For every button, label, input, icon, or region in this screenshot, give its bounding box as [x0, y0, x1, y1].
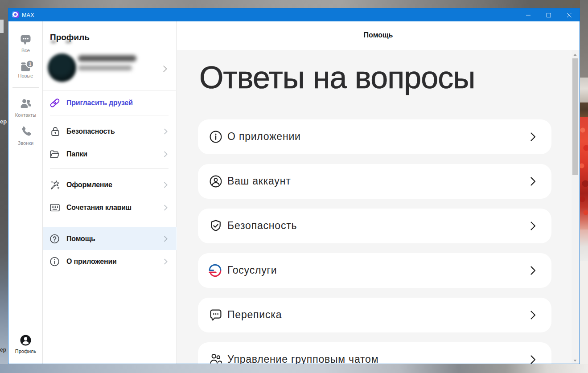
svg-text:1: 1: [29, 61, 31, 67]
